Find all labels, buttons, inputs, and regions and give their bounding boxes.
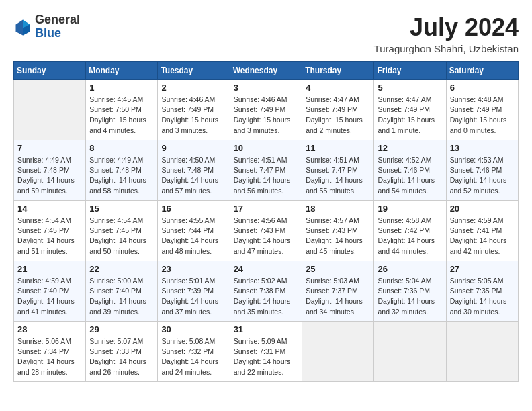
day-detail: Sunrise: 4:47 AMSunset: 7:49 PMDaylight:…: [378, 95, 442, 136]
day-detail: Sunrise: 5:08 AMSunset: 7:32 PMDaylight:…: [161, 336, 226, 377]
calendar-cell: 1Sunrise: 4:45 AMSunset: 7:50 PMDaylight…: [86, 80, 158, 140]
weekday-header-row: SundayMondayTuesdayWednesdayThursdayFrid…: [14, 62, 519, 80]
day-detail: Sunrise: 5:02 AMSunset: 7:38 PMDaylight:…: [234, 276, 299, 317]
day-number: 20: [450, 203, 515, 214]
calendar-cell: 31Sunrise: 5:09 AMSunset: 7:31 PMDayligh…: [230, 322, 302, 382]
day-number: 31: [234, 324, 299, 334]
day-number: 21: [17, 264, 82, 274]
day-detail: Sunrise: 4:46 AMSunset: 7:49 PMDaylight:…: [161, 95, 226, 136]
calendar-cell: 25Sunrise: 5:03 AMSunset: 7:37 PMDayligh…: [302, 261, 374, 322]
day-detail: Sunrise: 5:00 AMSunset: 7:40 PMDaylight:…: [89, 276, 154, 317]
day-detail: Sunrise: 4:51 AMSunset: 7:47 PMDaylight:…: [234, 155, 299, 196]
day-detail: Sunrise: 5:01 AMSunset: 7:39 PMDaylight:…: [161, 276, 226, 317]
weekday-header: Thursday: [302, 62, 374, 80]
calendar-table: SundayMondayTuesdayWednesdayThursdayFrid…: [13, 61, 519, 382]
weekday-header: Monday: [86, 62, 158, 80]
calendar-cell: 8Sunrise: 4:49 AMSunset: 7:48 PMDaylight…: [86, 140, 158, 201]
calendar-cell: 28Sunrise: 5:06 AMSunset: 7:34 PMDayligh…: [14, 322, 86, 382]
calendar-cell: 17Sunrise: 4:56 AMSunset: 7:43 PMDayligh…: [230, 201, 302, 261]
calendar-cell: 7Sunrise: 4:49 AMSunset: 7:48 PMDaylight…: [14, 140, 86, 201]
calendar-cell: 3Sunrise: 4:46 AMSunset: 7:49 PMDaylight…: [230, 80, 302, 140]
day-number: 1: [89, 83, 154, 93]
day-detail: Sunrise: 4:56 AMSunset: 7:43 PMDaylight:…: [234, 216, 299, 257]
month-year: July 2024: [374, 13, 519, 42]
calendar-cell: 11Sunrise: 4:51 AMSunset: 7:47 PMDayligh…: [302, 140, 374, 201]
weekday-header: Tuesday: [158, 62, 230, 80]
calendar-cell: 2Sunrise: 4:46 AMSunset: 7:49 PMDaylight…: [158, 80, 230, 140]
day-number: 10: [234, 143, 299, 153]
day-number: 24: [234, 264, 299, 274]
day-detail: Sunrise: 4:54 AMSunset: 7:45 PMDaylight:…: [17, 216, 82, 257]
day-number: 22: [89, 264, 154, 274]
day-detail: Sunrise: 4:53 AMSunset: 7:46 PMDaylight:…: [450, 155, 515, 196]
calendar-cell: 10Sunrise: 4:51 AMSunset: 7:47 PMDayligh…: [230, 140, 302, 201]
day-detail: Sunrise: 4:45 AMSunset: 7:50 PMDaylight:…: [89, 95, 154, 136]
day-detail: Sunrise: 4:59 AMSunset: 7:40 PMDaylight:…: [17, 276, 82, 317]
day-detail: Sunrise: 4:52 AMSunset: 7:46 PMDaylight:…: [378, 155, 442, 196]
day-detail: Sunrise: 4:49 AMSunset: 7:48 PMDaylight:…: [17, 155, 82, 196]
calendar-cell: 13Sunrise: 4:53 AMSunset: 7:46 PMDayligh…: [446, 140, 518, 201]
day-detail: Sunrise: 4:48 AMSunset: 7:49 PMDaylight:…: [450, 95, 515, 136]
day-number: 30: [161, 324, 226, 334]
day-detail: Sunrise: 5:04 AMSunset: 7:36 PMDaylight:…: [378, 276, 442, 317]
day-number: 17: [234, 203, 299, 214]
calendar-cell: 9Sunrise: 4:50 AMSunset: 7:48 PMDaylight…: [158, 140, 230, 201]
day-detail: Sunrise: 4:55 AMSunset: 7:44 PMDaylight:…: [161, 216, 226, 257]
day-detail: Sunrise: 4:58 AMSunset: 7:42 PMDaylight:…: [378, 216, 442, 257]
calendar-cell: 22Sunrise: 5:00 AMSunset: 7:40 PMDayligh…: [86, 261, 158, 322]
page-header: General Blue July 2024 Turagurghon Shahr…: [13, 13, 519, 54]
calendar-cell: 16Sunrise: 4:55 AMSunset: 7:44 PMDayligh…: [158, 201, 230, 261]
calendar-week-row: 1Sunrise: 4:45 AMSunset: 7:50 PMDaylight…: [14, 80, 519, 140]
day-number: 8: [89, 143, 154, 153]
title-block: July 2024 Turagurghon Shahri, Uzbekistan: [374, 13, 519, 54]
location-subtitle: Turagurghon Shahri, Uzbekistan: [374, 43, 519, 54]
day-detail: Sunrise: 4:51 AMSunset: 7:47 PMDaylight:…: [306, 155, 370, 196]
day-number: 14: [17, 203, 82, 214]
weekday-header: Friday: [374, 62, 446, 80]
logo: General Blue: [13, 13, 80, 40]
day-number: 13: [450, 143, 515, 153]
calendar-cell: 5Sunrise: 4:47 AMSunset: 7:49 PMDaylight…: [374, 80, 446, 140]
calendar-cell: 30Sunrise: 5:08 AMSunset: 7:32 PMDayligh…: [158, 322, 230, 382]
day-number: 28: [17, 324, 82, 334]
day-detail: Sunrise: 5:07 AMSunset: 7:33 PMDaylight:…: [89, 336, 154, 377]
calendar-cell: 27Sunrise: 5:05 AMSunset: 7:35 PMDayligh…: [446, 261, 518, 322]
calendar-cell: [446, 322, 518, 382]
day-detail: Sunrise: 5:09 AMSunset: 7:31 PMDaylight:…: [234, 336, 299, 377]
day-detail: Sunrise: 4:49 AMSunset: 7:48 PMDaylight:…: [89, 155, 154, 196]
day-number: 15: [89, 203, 154, 214]
day-detail: Sunrise: 5:06 AMSunset: 7:34 PMDaylight:…: [17, 336, 82, 377]
day-detail: Sunrise: 5:03 AMSunset: 7:37 PMDaylight:…: [306, 276, 370, 317]
calendar-cell: 29Sunrise: 5:07 AMSunset: 7:33 PMDayligh…: [86, 322, 158, 382]
day-number: 7: [17, 143, 82, 153]
calendar-cell: 23Sunrise: 5:01 AMSunset: 7:39 PMDayligh…: [158, 261, 230, 322]
day-number: 27: [450, 264, 515, 274]
day-number: 3: [234, 83, 299, 93]
calendar-cell: 26Sunrise: 5:04 AMSunset: 7:36 PMDayligh…: [374, 261, 446, 322]
day-number: 12: [378, 143, 442, 153]
day-number: 23: [161, 264, 226, 274]
day-number: 11: [306, 143, 370, 153]
day-detail: Sunrise: 4:59 AMSunset: 7:41 PMDaylight:…: [450, 216, 515, 257]
calendar-cell: 20Sunrise: 4:59 AMSunset: 7:41 PMDayligh…: [446, 201, 518, 261]
calendar-cell: 12Sunrise: 4:52 AMSunset: 7:46 PMDayligh…: [374, 140, 446, 201]
calendar-cell: [374, 322, 446, 382]
day-detail: Sunrise: 4:46 AMSunset: 7:49 PMDaylight:…: [234, 95, 299, 136]
calendar-cell: 15Sunrise: 4:54 AMSunset: 7:45 PMDayligh…: [86, 201, 158, 261]
calendar-week-row: 7Sunrise: 4:49 AMSunset: 7:48 PMDaylight…: [14, 140, 519, 201]
calendar-cell: 14Sunrise: 4:54 AMSunset: 7:45 PMDayligh…: [14, 201, 86, 261]
calendar-week-row: 28Sunrise: 5:06 AMSunset: 7:34 PMDayligh…: [14, 322, 519, 382]
day-number: 4: [306, 83, 370, 93]
day-detail: Sunrise: 5:05 AMSunset: 7:35 PMDaylight:…: [450, 276, 515, 317]
calendar-week-row: 21Sunrise: 4:59 AMSunset: 7:40 PMDayligh…: [14, 261, 519, 322]
logo-general-text: General: [35, 13, 80, 27]
calendar-cell: 24Sunrise: 5:02 AMSunset: 7:38 PMDayligh…: [230, 261, 302, 322]
weekday-header: Saturday: [446, 62, 518, 80]
day-number: 9: [161, 143, 226, 153]
calendar-cell: 4Sunrise: 4:47 AMSunset: 7:49 PMDaylight…: [302, 80, 374, 140]
day-detail: Sunrise: 4:57 AMSunset: 7:43 PMDaylight:…: [306, 216, 370, 257]
calendar-cell: 18Sunrise: 4:57 AMSunset: 7:43 PMDayligh…: [302, 201, 374, 261]
day-number: 19: [378, 203, 442, 214]
day-number: 26: [378, 264, 442, 274]
calendar-cell: [302, 322, 374, 382]
